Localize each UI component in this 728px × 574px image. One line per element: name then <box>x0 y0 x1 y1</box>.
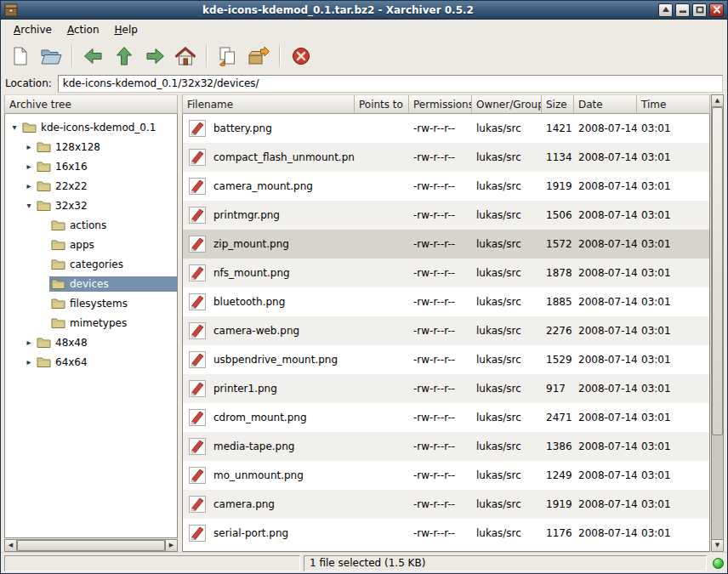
menu-help[interactable]: Help <box>107 21 145 38</box>
stop-button[interactable] <box>286 42 316 71</box>
filename-label: usbpendrive_mount.png <box>213 354 338 366</box>
cell-filename: cdrom_mount.png <box>183 409 355 426</box>
back-button[interactable] <box>78 42 109 71</box>
file-row-camera-web-png[interactable]: camera-web.png-rw-r--r--lukas/src2276200… <box>183 316 709 345</box>
cell-date: 2008-07-14 <box>574 383 637 395</box>
scroll-down-button[interactable]: ▼ <box>711 539 724 552</box>
expander-closed-icon[interactable]: ▸ <box>23 162 35 171</box>
file-row-camera-mount-png[interactable]: camera_mount.png-rw-r--r--lukas/src19192… <box>183 172 709 201</box>
folder-icon <box>37 141 51 152</box>
scrollbar-track[interactable] <box>17 539 165 552</box>
tree-item-48x48[interactable]: ▸48x48 <box>5 332 177 352</box>
tree-item-devices[interactable]: devices <box>5 274 177 293</box>
column-header-points-to[interactable]: Points to <box>355 94 409 114</box>
cell-filename: zip_mount.png <box>183 236 355 253</box>
file-row-camera-png[interactable]: camera.png-rw-r--r--lukas/src19192008-07… <box>183 490 709 519</box>
cell-time: 03:01 <box>637 296 709 308</box>
expander-closed-icon[interactable]: ▸ <box>23 338 35 347</box>
expander-closed-icon[interactable]: ▸ <box>23 142 35 151</box>
open-button[interactable] <box>36 42 66 71</box>
tree-item-16x16[interactable]: ▸16x16 <box>5 156 177 176</box>
column-header-size[interactable]: Size <box>542 94 574 114</box>
column-header-owner-group[interactable]: Owner/Group <box>472 94 542 114</box>
expander-closed-icon[interactable]: ▸ <box>23 181 35 190</box>
location-input[interactable] <box>58 75 723 93</box>
tree-item-label: 32x32 <box>55 200 88 212</box>
close-button[interactable] <box>709 3 724 17</box>
tree-item-actions[interactable]: actions <box>5 215 177 235</box>
tree-item-categories[interactable]: categories <box>5 254 177 274</box>
file-row-nfs-mount-png[interactable]: nfs_mount.png-rw-r--r--lukas/src18782008… <box>183 259 709 287</box>
status-led-icon <box>713 558 724 569</box>
tree-item-32x32[interactable]: ▾32x32 <box>5 196 177 215</box>
cell-filename: camera-web.png <box>183 322 355 339</box>
tree-item-22x22[interactable]: ▸22x22 <box>5 176 177 196</box>
back-icon <box>83 47 104 65</box>
minimize-button[interactable] <box>675 3 690 17</box>
new-button[interactable] <box>5 42 36 71</box>
column-header-date[interactable]: Date <box>574 94 637 114</box>
file-row-usbpendrive-mount-png[interactable]: usbpendrive_mount.png-rw-r--r--lukas/src… <box>183 345 709 374</box>
file-row-battery-png[interactable]: battery.png-rw-r--r--lukas/src14212008-0… <box>183 114 709 143</box>
tree-item-filesystems[interactable]: filesystems <box>5 293 177 313</box>
tree-item-mimetypes[interactable]: mimetypes <box>5 313 177 332</box>
expander-closed-icon[interactable]: ▸ <box>23 357 35 367</box>
scroll-left-button[interactable]: ◀ <box>4 539 17 552</box>
home-button[interactable] <box>170 42 201 71</box>
tree-item-label: filesystems <box>70 298 128 310</box>
file-row-printer1-png[interactable]: printer1.png-rw-r--r--lukas/src9172008-0… <box>183 374 709 403</box>
new-icon <box>11 46 30 66</box>
file-row-zip-mount-png[interactable]: zip_mount.png-rw-r--r--lukas/src15722008… <box>183 230 709 259</box>
cell-size: 1572 <box>542 238 574 250</box>
cell-permissions: -rw-r--r-- <box>409 209 472 221</box>
cell-permissions: -rw-r--r-- <box>409 527 472 539</box>
cell-filename: printer1.png <box>183 380 355 397</box>
scroll-up-button[interactable]: ▲ <box>711 94 724 107</box>
folder-icon <box>22 122 37 133</box>
column-header-permissions[interactable]: Permissions <box>409 94 472 114</box>
scroll-right-button[interactable]: ▶ <box>165 539 178 552</box>
tree-item-label: mimetypes <box>70 317 127 329</box>
expander-open-icon[interactable]: ▾ <box>23 201 35 210</box>
cell-permissions: -rw-r--r-- <box>409 354 472 366</box>
up-button[interactable] <box>109 42 139 71</box>
expander-open-icon[interactable]: ▾ <box>9 122 20 132</box>
list-vertical-scrollbar[interactable]: ▲ ▼ <box>711 94 724 552</box>
shade-button[interactable] <box>658 3 673 17</box>
extract-button[interactable] <box>243 42 274 71</box>
tree-horizontal-scrollbar[interactable]: ◀ ▶ <box>4 539 178 552</box>
tree-item-apps[interactable]: apps <box>5 235 177 254</box>
column-header-time[interactable]: Time <box>637 94 710 114</box>
titlebar[interactable]: kde-icons-kdemod_0.1.tar.bz2 - Xarchiver… <box>1 1 727 20</box>
file-row-cdrom-mount-png[interactable]: cdrom_mount.png-rw-r--r--lukas/src247120… <box>183 403 709 432</box>
folder-icon <box>37 161 51 172</box>
folder-icon <box>37 180 51 191</box>
png-file-icon <box>189 467 206 484</box>
scrollbar-thumb[interactable] <box>712 107 723 435</box>
file-row-serial-port-png[interactable]: serial-port.png-rw-r--r--lukas/src117620… <box>183 519 709 548</box>
toolbar-separator <box>279 45 281 67</box>
cell-permissions: -rw-r--r-- <box>409 412 472 423</box>
file-row-mo-unmount-png[interactable]: mo_unmount.png-rw-r--r--lukas/src1249200… <box>183 461 709 490</box>
cell-owner-group: lukas/src <box>472 180 542 192</box>
cell-date: 2008-07-14 <box>574 412 637 423</box>
maximize-button[interactable] <box>692 3 707 17</box>
column-header-filename[interactable]: Filename <box>183 94 355 114</box>
filename-label: serial-port.png <box>213 527 288 539</box>
menu-action[interactable]: Action <box>60 21 107 38</box>
file-row-printmgr-png[interactable]: printmgr.png-rw-r--r--lukas/src15062008-… <box>183 201 709 230</box>
status-section-selection: 1 file selected (1.5 KB) <box>304 555 707 571</box>
png-file-icon <box>189 438 206 455</box>
scrollbar-track[interactable] <box>711 107 724 539</box>
tree-item-kde-icons-kdemod-0-1[interactable]: ▾kde-icons-kdemod_0.1 <box>5 117 177 137</box>
add-files-button[interactable] <box>213 42 243 71</box>
cell-owner-group: lukas/src <box>472 209 542 221</box>
forward-button[interactable] <box>139 42 170 71</box>
tree-item-64x64[interactable]: ▸64x64 <box>5 352 177 372</box>
file-row-compact-flash-unmount-png[interactable]: compact_flash_unmount.png-rw-r--r--lukas… <box>183 143 709 172</box>
file-row-media-tape-png[interactable]: media-tape.png-rw-r--r--lukas/src1386200… <box>183 432 709 461</box>
menu-archive[interactable]: Archive <box>6 21 60 38</box>
file-row-bluetooth-png[interactable]: bluetooth.png-rw-r--r--lukas/src18852008… <box>183 287 709 316</box>
scrollbar-thumb[interactable] <box>17 540 165 551</box>
tree-item-128x128[interactable]: ▸128x128 <box>5 137 177 156</box>
